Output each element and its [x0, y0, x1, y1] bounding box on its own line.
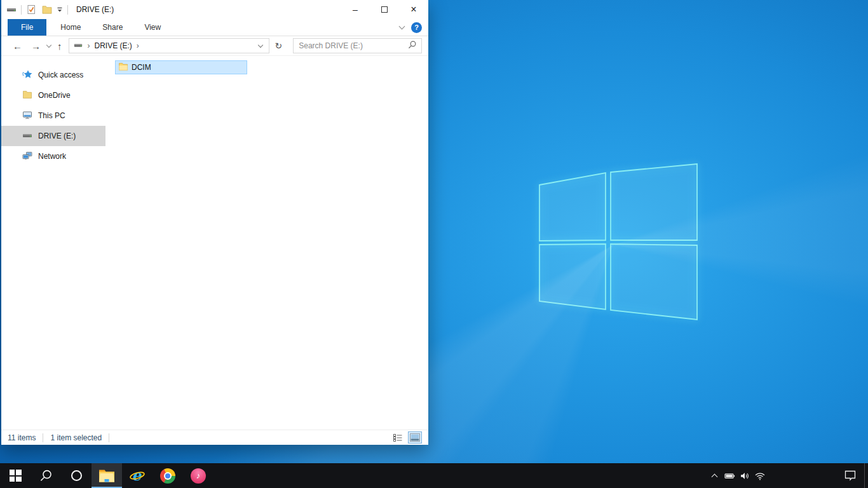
wifi-indicator[interactable]: [752, 463, 768, 488]
minimize-icon: –: [353, 5, 358, 14]
back-button[interactable]: ←: [13, 41, 22, 51]
quick-access-star-icon: [22, 69, 32, 81]
expand-ribbon-chevron-icon[interactable]: [399, 24, 405, 30]
chrome-icon: [160, 468, 175, 484]
file-item-dcim[interactable]: DCIM: [115, 60, 247, 74]
volume-icon: [740, 471, 750, 481]
sidebar-item-network[interactable]: Network: [1, 146, 105, 166]
svg-text:e: e: [132, 468, 142, 484]
window-title: DRIVE (E:): [76, 5, 114, 14]
windows-logo-wallpaper: [527, 154, 705, 329]
search-icon: [39, 469, 53, 483]
drive-icon: [6, 4, 17, 15]
taskbar-search-button[interactable]: [31, 463, 61, 488]
battery-indicator[interactable]: [722, 463, 737, 488]
onedrive-folder-icon: [22, 90, 32, 102]
address-bar[interactable]: › DRIVE (E:) ›: [69, 38, 269, 53]
view-toggle-buttons: [391, 431, 422, 444]
minimize-button[interactable]: –: [341, 0, 370, 19]
separator: [21, 5, 22, 15]
sidebar-item-this-pc[interactable]: This PC: [1, 105, 105, 126]
taskbar: e ♪: [0, 463, 868, 488]
drive-icon: [22, 130, 32, 142]
sidebar-item-quick-access[interactable]: Quick access: [1, 65, 105, 85]
navigation-bar: ← → ↑ › DRIVE (E:) › ↻: [1, 36, 428, 56]
navigation-pane: Quick access OneDrive: [1, 56, 105, 430]
search-input[interactable]: [299, 41, 407, 50]
sidebar-item-onedrive[interactable]: OneDrive: [1, 85, 105, 105]
details-view-icon: [393, 434, 402, 442]
music-note-icon: ♪: [196, 471, 201, 480]
cortana-circle-icon: [71, 470, 82, 481]
status-bar: 11 items 1 item selected: [1, 430, 428, 445]
cortana-button[interactable]: [61, 463, 92, 488]
file-list[interactable]: DCIM: [105, 56, 428, 430]
sidebar-item-label: Quick access: [38, 71, 83, 79]
breadcrumb-location[interactable]: DRIVE (E:): [94, 41, 132, 50]
drive-icon: [74, 41, 83, 51]
sidebar-item-label: DRIVE (E:): [38, 132, 76, 140]
window-controls: – ×: [341, 0, 428, 19]
this-pc-icon: [22, 110, 32, 122]
tab-file[interactable]: File: [8, 19, 46, 36]
chevron-up-icon: [711, 473, 717, 480]
internet-explorer-button[interactable]: e: [122, 463, 153, 488]
show-desktop-button[interactable]: [864, 463, 868, 488]
chrome-button[interactable]: [153, 463, 183, 488]
action-center-icon: [844, 470, 857, 482]
action-center-button[interactable]: [836, 463, 864, 488]
breadcrumb-separator-icon[interactable]: ›: [135, 41, 140, 50]
items-count: 11 items: [8, 433, 36, 442]
thumbnail-view-icon: [410, 433, 420, 442]
thumbnail-view-button[interactable]: [408, 431, 422, 444]
sidebar-item-drive-e[interactable]: DRIVE (E:): [1, 126, 105, 146]
folder-icon: [118, 62, 128, 74]
customize-qat-caret-icon[interactable]: [57, 6, 63, 13]
battery-icon: [724, 471, 735, 481]
system-tray: [707, 463, 768, 488]
new-folder-icon[interactable]: [42, 4, 52, 15]
windows-start-icon: [10, 470, 22, 482]
search-box: [293, 38, 422, 53]
file-name: DCIM: [132, 63, 151, 72]
close-button[interactable]: ×: [399, 0, 428, 19]
properties-icon[interactable]: [26, 4, 36, 15]
sidebar-item-label: OneDrive: [38, 91, 71, 100]
title-bar: DRIVE (E:) – ×: [1, 0, 428, 19]
refresh-button[interactable]: ↻: [275, 41, 282, 50]
details-view-button[interactable]: [391, 431, 405, 444]
maximize-icon: [381, 6, 388, 13]
wifi-icon: [754, 471, 766, 481]
internet-explorer-icon: e: [129, 468, 146, 484]
breadcrumb-separator-icon: ›: [86, 41, 91, 50]
file-explorer-icon: [98, 469, 115, 483]
tab-home[interactable]: Home: [50, 19, 92, 36]
search-icon[interactable]: [407, 40, 417, 51]
ribbon-right-controls: ?: [400, 19, 428, 36]
file-explorer-window: DRIVE (E:) – × File Home Share View ? ← …: [1, 0, 428, 445]
taskbar-file-explorer-button[interactable]: [92, 463, 122, 488]
window-body: Quick access OneDrive: [1, 56, 428, 430]
selection-count: 1 item selected: [50, 433, 102, 442]
start-button[interactable]: [0, 463, 31, 488]
address-dropdown-chevron-icon[interactable]: [258, 43, 263, 48]
itunes-icon: ♪: [191, 468, 206, 484]
sidebar-item-label: This PC: [38, 111, 65, 120]
volume-indicator[interactable]: [737, 463, 752, 488]
sidebar-item-label: Network: [38, 152, 66, 161]
help-icon[interactable]: ?: [411, 22, 422, 33]
forward-button[interactable]: →: [31, 41, 41, 51]
up-button[interactable]: ↑: [57, 41, 62, 51]
hidden-icons-chevron-button[interactable]: [707, 463, 722, 488]
maximize-button[interactable]: [370, 0, 399, 19]
network-icon: [22, 151, 32, 163]
tab-share[interactable]: Share: [92, 19, 133, 36]
ribbon-tab-bar: File Home Share View ?: [1, 19, 428, 36]
separator: [67, 5, 68, 15]
tab-view[interactable]: View: [133, 19, 172, 36]
separator: [109, 433, 109, 442]
itunes-button[interactable]: ♪: [183, 463, 214, 488]
recent-locations-chevron-icon[interactable]: [46, 43, 51, 48]
close-icon: ×: [410, 4, 416, 15]
separator: [43, 433, 43, 442]
